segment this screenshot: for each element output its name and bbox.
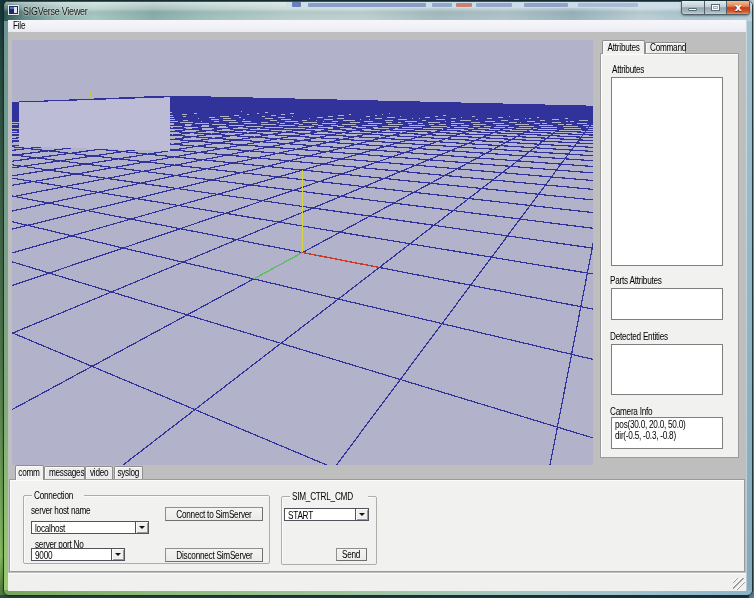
sim-ctrl-value: START bbox=[288, 510, 318, 521]
server-port-dropdown[interactable] bbox=[111, 549, 124, 560]
host-label-text: server host name bbox=[31, 505, 90, 516]
port-value-text: 9000 bbox=[35, 550, 52, 561]
tab-command[interactable]: Command bbox=[645, 42, 686, 53]
status-bar bbox=[8, 573, 746, 591]
window-top-edge bbox=[4, 1, 752, 2]
ghost-text-blur bbox=[308, 3, 426, 7]
titlebar[interactable]: SIGVerse Viewer x bbox=[4, 1, 752, 21]
title-text: SIGVerse Viewer bbox=[23, 5, 88, 17]
ghost-text-blur bbox=[476, 3, 512, 7]
send-label-text: Send bbox=[342, 549, 360, 561]
camera-info-label-text: Camera Info bbox=[610, 406, 652, 417]
menu-file[interactable]: File bbox=[12, 20, 29, 32]
ghost-red-mark bbox=[456, 3, 472, 7]
detected-entities-label-text: Detected Entities bbox=[610, 331, 668, 342]
camera-info-lines-text: pos(30.0, 20.0, 50.0) dir(-0.5, -0.3, -0… bbox=[615, 419, 686, 441]
sim-ctrl-legend: SIM_CTRL_CMD bbox=[290, 492, 368, 502]
server-host-combobox[interactable]: localhost bbox=[31, 521, 149, 534]
dropdown-arrow-icon bbox=[139, 526, 145, 529]
attributes-pane: Attributes Parts Attributes Detected Ent… bbox=[600, 53, 739, 458]
server-host-label: server host name bbox=[31, 505, 103, 516]
connect-label-text: Connect to SimServer bbox=[176, 508, 251, 521]
app-icon-panel bbox=[14, 7, 17, 13]
client-area: File Attributes Command Attributes Parts… bbox=[8, 20, 746, 591]
camera-info-text: pos(30.0, 20.0, 50.0) dir(-0.5, -0.3, -0… bbox=[615, 419, 701, 441]
close-button[interactable]: x bbox=[726, 1, 749, 14]
viewport-3d[interactable] bbox=[12, 40, 593, 465]
window-title: SIGVerse Viewer bbox=[23, 5, 106, 17]
attributes-label: Attributes bbox=[612, 64, 651, 75]
ghost-text-blur bbox=[432, 3, 452, 7]
attributes-listbox[interactable] bbox=[611, 77, 723, 266]
menu-bar: File bbox=[8, 20, 746, 32]
camera-info-box[interactable]: pos(30.0, 20.0, 50.0) dir(-0.5, -0.3, -0… bbox=[611, 417, 723, 449]
label-text: video bbox=[90, 467, 108, 479]
label-text: syslog bbox=[118, 467, 140, 479]
attributes-label-text: Attributes bbox=[612, 64, 644, 75]
connection-groupbox: Connection server host name localhost se… bbox=[23, 495, 270, 564]
sim-ctrl-combobox[interactable]: START bbox=[284, 508, 369, 521]
send-button[interactable]: Send bbox=[336, 548, 367, 561]
server-port-value: 9000 bbox=[35, 550, 56, 561]
dropdown-arrow-icon bbox=[359, 513, 365, 516]
tab-attributes[interactable]: Attributes bbox=[602, 40, 645, 54]
grid-occluder-quad bbox=[19, 97, 170, 151]
maximize-icon-inner bbox=[713, 6, 718, 9]
app-icon bbox=[8, 5, 19, 15]
tab-messages[interactable]: messages bbox=[44, 466, 85, 479]
comm-pane: Connection server host name localhost se… bbox=[9, 479, 745, 572]
connection-legend: Connection bbox=[32, 491, 84, 501]
detected-entities-label: Detected Entities bbox=[610, 331, 681, 342]
disconnect-button[interactable]: Disconnect SimServer bbox=[165, 548, 263, 562]
disconnect-label-text: Disconnect SimServer bbox=[176, 549, 252, 562]
host-value-text: localhost bbox=[35, 523, 65, 534]
legend-text: SIM_CTRL_CMD bbox=[292, 492, 353, 502]
file-label-text: File bbox=[13, 20, 25, 32]
maximize-button[interactable] bbox=[704, 1, 727, 14]
minimize-button[interactable] bbox=[682, 1, 704, 14]
ghost-text-blur bbox=[578, 3, 638, 7]
sim-ctrl-dropdown[interactable] bbox=[355, 509, 368, 520]
label-text: messages bbox=[49, 467, 84, 479]
app-icon-detail bbox=[10, 7, 14, 9]
connect-button[interactable]: Connect to SimServer bbox=[165, 507, 263, 521]
dropdown-arrow-icon bbox=[115, 553, 121, 556]
tab-video[interactable]: video bbox=[85, 466, 113, 479]
tab-syslog[interactable]: syslog bbox=[114, 466, 143, 479]
parts-attributes-label-text: Parts Attributes bbox=[610, 275, 662, 286]
camera-info-label: Camera Info bbox=[610, 406, 662, 417]
label-text: Attributes bbox=[607, 41, 639, 54]
ghost-text-blur bbox=[524, 3, 568, 7]
maximize-icon bbox=[711, 4, 720, 11]
command-value-text: START bbox=[288, 510, 313, 521]
parts-attributes-box[interactable] bbox=[611, 288, 723, 320]
label-text: comm bbox=[19, 466, 40, 480]
sim-ctrl-groupbox: SIM_CTRL_CMD START Send bbox=[281, 496, 377, 565]
app-window: SIGVerse Viewer x File Attributes Comman… bbox=[3, 0, 753, 596]
server-host-value: localhost bbox=[35, 523, 72, 534]
close-icon: x bbox=[727, 1, 749, 14]
ghost-window-icon bbox=[292, 2, 301, 7]
parts-attributes-label: Parts Attributes bbox=[610, 275, 673, 286]
window-right-border bbox=[746, 21, 752, 590]
caption-buttons: x bbox=[681, 1, 750, 15]
scene-canvas bbox=[12, 40, 593, 465]
server-host-dropdown[interactable] bbox=[135, 522, 148, 533]
server-port-combobox[interactable]: 9000 bbox=[31, 548, 125, 561]
label-text: Command bbox=[650, 43, 686, 53]
legend-text: Connection bbox=[34, 491, 73, 501]
tab-comm[interactable]: comm bbox=[15, 465, 44, 480]
detected-entities-box[interactable] bbox=[611, 344, 723, 395]
minimize-icon bbox=[688, 8, 697, 11]
resize-grip[interactable] bbox=[733, 578, 745, 590]
